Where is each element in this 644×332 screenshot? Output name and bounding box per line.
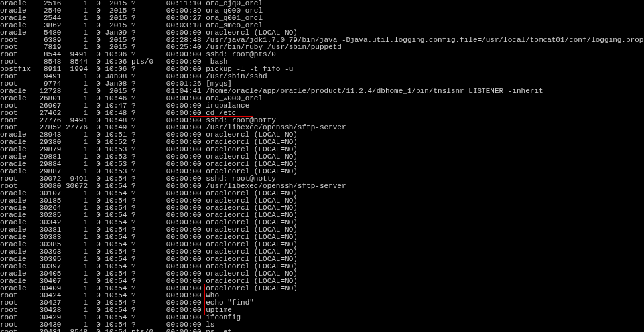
process-row: root 30431 8548 0 10:54 pts/0 00:00:00 p… [0,329,644,332]
terminal-output[interactable]: oracle 2516 1 0 2015 ? 00:11:10 ora_cjq0… [0,0,644,332]
